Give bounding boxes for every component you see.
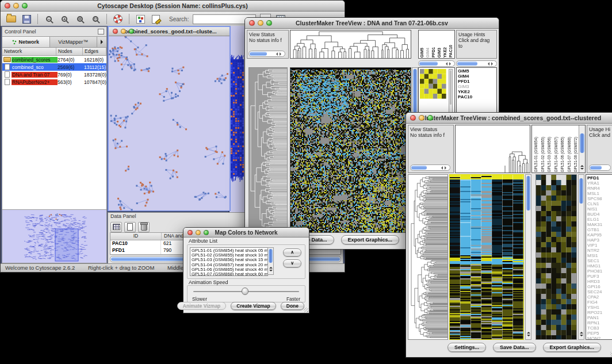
done-button[interactable]: Done bbox=[281, 302, 304, 310]
scroll-thumb[interactable] bbox=[411, 166, 427, 170]
zoom-fit-button[interactable] bbox=[74, 13, 86, 25]
scroll-up-icon[interactable] bbox=[580, 330, 583, 334]
gene-label[interactable]: RNR4 bbox=[587, 186, 612, 191]
scroll-left-icon[interactable] bbox=[486, 62, 489, 66]
minimize-button[interactable] bbox=[121, 29, 126, 34]
column-label[interactable]: GPL51-02 (GSM855) bbox=[540, 137, 546, 172]
annotation-button[interactable] bbox=[150, 13, 162, 25]
gene-label[interactable]: KAP95 bbox=[587, 232, 612, 237]
network-view-canvas[interactable] bbox=[109, 36, 230, 210]
column-label[interactable]: GIM3 bbox=[437, 48, 442, 58]
column-label[interactable]: GPL51-08 (GSM872) bbox=[573, 137, 578, 172]
gene-dendrogram-panel[interactable] bbox=[248, 67, 288, 233]
zoom-heatmap-canvas[interactable] bbox=[536, 175, 576, 339]
genelist-vscrollbar[interactable] bbox=[578, 174, 584, 340]
scroll-thumb[interactable] bbox=[269, 249, 273, 263]
col-id[interactable]: ID bbox=[110, 233, 162, 240]
gene-dendrogram-canvas[interactable] bbox=[249, 68, 287, 232]
gene-label[interactable]: FIG4 bbox=[587, 300, 612, 305]
scroll-up-icon[interactable] bbox=[269, 265, 273, 269]
gene-label[interactable]: GPI16 bbox=[587, 284, 612, 289]
treeview1-titlebar[interactable]: ClusterMaker TreeView : DNA and Tran 07-… bbox=[245, 18, 499, 29]
scroll-left-icon[interactable] bbox=[274, 52, 278, 56]
scroll-up-icon[interactable] bbox=[580, 163, 584, 167]
gene-label[interactable]: SEC24 bbox=[587, 289, 612, 294]
column-dendrogram-canvas[interactable] bbox=[456, 125, 530, 173]
column-label[interactable]: GIM4 bbox=[425, 48, 430, 58]
scroll-thumb[interactable] bbox=[526, 176, 530, 210]
gene-label[interactable]: SEC1 bbox=[587, 258, 612, 263]
minimize-button[interactable] bbox=[13, 3, 19, 9]
gene-label[interactable]: ELG1 bbox=[587, 217, 612, 222]
scroll-thumb[interactable] bbox=[457, 62, 477, 66]
column-label[interactable]: YKE2 bbox=[442, 47, 447, 58]
scroll-left-icon[interactable] bbox=[439, 166, 443, 170]
column-label[interactable]: PAC10 bbox=[448, 45, 453, 58]
scroll-thumb[interactable] bbox=[579, 178, 583, 204]
zoom-button[interactable] bbox=[427, 115, 433, 121]
column-dendrogram-panel[interactable] bbox=[290, 30, 411, 59]
gene-label[interactable]: NTR2 bbox=[587, 248, 612, 253]
heatmap-canvas[interactable] bbox=[450, 175, 523, 339]
treeview2-titlebar[interactable]: ClusterMaker TreeView : combined_scores_… bbox=[406, 113, 612, 124]
gene-label[interactable]: GIM3 bbox=[458, 84, 495, 89]
open-session-button[interactable] bbox=[5, 13, 17, 25]
move-down-button[interactable]: ∨ bbox=[283, 259, 301, 267]
help-button[interactable] bbox=[112, 13, 124, 25]
resize-grip[interactable] bbox=[304, 308, 308, 312]
column-label[interactable]: GPL51-07 (GSM868) bbox=[567, 137, 573, 172]
heatmap-vscrollbar[interactable] bbox=[525, 174, 531, 340]
column-dendrogram-panel[interactable] bbox=[455, 125, 530, 173]
column-label[interactable]: GPL51-01 (GSM854) bbox=[533, 137, 540, 172]
select-attributes-button[interactable] bbox=[110, 222, 122, 232]
heatmap-panel[interactable] bbox=[290, 67, 411, 233]
gene-label[interactable]: MON2 bbox=[587, 336, 612, 340]
usage-scrollbar[interactable] bbox=[589, 164, 611, 171]
new-attribute-button[interactable] bbox=[124, 222, 136, 232]
zoom-button[interactable] bbox=[22, 3, 28, 9]
attribute-list-vscrollbar[interactable] bbox=[267, 247, 274, 275]
network-overview-canvas[interactable] bbox=[2, 210, 106, 262]
scroll-down-icon[interactable] bbox=[580, 168, 584, 171]
treeview1-button[interactable]: Export Graphics... bbox=[341, 235, 400, 244]
float-panel-icon[interactable] bbox=[98, 29, 104, 35]
zoom-button[interactable] bbox=[204, 230, 209, 235]
zoom-out-button[interactable] bbox=[43, 13, 55, 25]
column-label[interactable]: PFD1 bbox=[431, 47, 436, 58]
zoom-button[interactable] bbox=[129, 29, 134, 34]
gene-dendrogram-canvas[interactable] bbox=[408, 175, 447, 339]
zoom-heatmap-panel[interactable] bbox=[536, 174, 577, 340]
zoom-button[interactable] bbox=[266, 20, 272, 26]
main-titlebar[interactable]: Cytoscape Desktop (Session Name: collins… bbox=[1, 1, 345, 12]
scroll-down-icon[interactable] bbox=[527, 335, 530, 338]
scroll-down-icon[interactable] bbox=[580, 335, 583, 338]
gene-label[interactable]: YSH1 bbox=[587, 305, 612, 310]
scroll-thumb[interactable] bbox=[590, 166, 602, 170]
close-button[interactable] bbox=[188, 230, 193, 235]
gene-label[interactable]: MSI1 bbox=[587, 253, 612, 258]
gene-label[interactable]: PUF3 bbox=[587, 274, 612, 279]
view-status-scrollbar[interactable] bbox=[248, 51, 285, 57]
scroll-right-icon[interactable] bbox=[280, 52, 283, 56]
gene-label[interactable]: YKE2 bbox=[458, 89, 495, 94]
gene-label[interactable]: HMG1 bbox=[587, 263, 612, 269]
treeview2-button[interactable]: Save Data... bbox=[493, 343, 536, 352]
treeview2-button[interactable]: Settings... bbox=[447, 343, 486, 352]
gene-label[interactable]: RPO21 bbox=[587, 310, 612, 315]
gene-label[interactable]: RPN1 bbox=[587, 320, 612, 325]
scroll-right-icon[interactable] bbox=[445, 166, 448, 170]
close-button[interactable] bbox=[249, 20, 255, 26]
labels-scrollbar[interactable] bbox=[418, 60, 455, 67]
gene-label[interactable]: TCB3 bbox=[587, 325, 612, 331]
scroll-thumb[interactable] bbox=[450, 70, 452, 105]
gene-label[interactable]: HRD3 bbox=[587, 279, 612, 284]
minimize-button[interactable] bbox=[258, 20, 263, 26]
network-list-row[interactable]: combined_sco 2569(6) 13112(15) bbox=[2, 63, 106, 71]
close-button[interactable] bbox=[113, 29, 118, 34]
dialog-titlebar[interactable]: Map Colors to Network bbox=[183, 228, 309, 237]
view-status-scrollbar[interactable] bbox=[410, 164, 450, 171]
column-label[interactable]: GPL51-06 (GSM865) bbox=[560, 137, 566, 172]
col-edges[interactable]: Edges bbox=[83, 48, 106, 55]
vizmapper-shortcut-button[interactable] bbox=[135, 13, 146, 25]
gene-label[interactable]: PAN1 bbox=[587, 315, 612, 320]
